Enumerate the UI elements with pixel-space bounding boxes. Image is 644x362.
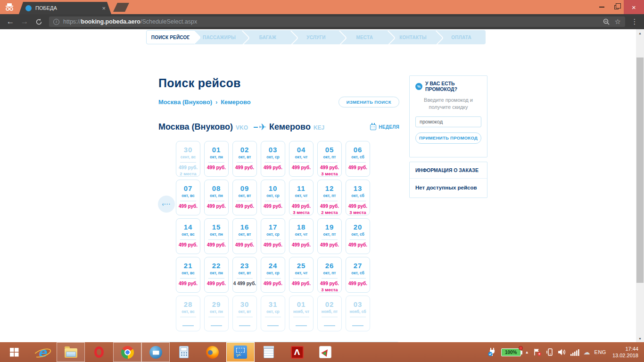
calendar-day-cell[interactable]: 15окт, пн499 руб. xyxy=(204,218,229,254)
battery-icon[interactable]: 100% xyxy=(501,348,521,356)
day-label: окт, вс xyxy=(182,232,194,237)
taskbar-calculator-button[interactable] xyxy=(170,342,198,362)
calendar-day-cell[interactable]: 22окт, пн499 руб. xyxy=(204,257,229,293)
power-plug-icon[interactable] xyxy=(487,347,497,357)
step-tab-1[interactable]: ПОИСК РЕЙСОВ xyxy=(146,30,195,44)
calendar-day-cell[interactable]: 16окт, вт499 руб. xyxy=(232,218,257,254)
change-search-button[interactable]: ИЗМЕНИТЬ ПОИСК xyxy=(339,97,399,107)
back-button[interactable]: ← xyxy=(4,15,17,28)
taskbar-firefox-button[interactable] xyxy=(198,342,226,362)
calendar-day-cell[interactable]: 17окт, ср499 руб. xyxy=(261,218,285,254)
day-number: 13 xyxy=(354,184,363,192)
day-number: 28 xyxy=(184,300,193,308)
network-signal-icon[interactable] xyxy=(570,349,579,356)
notification-dot xyxy=(519,346,523,350)
window-minimize-button[interactable] xyxy=(594,0,609,14)
taskbar-clock[interactable]: 17:44 13.02.2018 xyxy=(612,346,640,359)
taskbar-chrome-button[interactable] xyxy=(113,342,141,362)
page-info-icon[interactable]: i xyxy=(53,19,59,25)
action-center-flag-icon[interactable] xyxy=(533,348,542,356)
firefox-icon xyxy=(206,346,219,359)
step-tab-4[interactable]: УСЛУГИ xyxy=(292,30,340,44)
calendar-day-cell[interactable]: 09окт, вт499 руб. xyxy=(232,180,257,215)
fare-price: 499 руб. xyxy=(320,204,339,210)
new-tab-button[interactable] xyxy=(113,3,129,12)
calendar-day-cell[interactable]: 12окт, пт499 руб.2 места xyxy=(317,180,342,215)
forward-button[interactable]: → xyxy=(18,15,31,28)
taskbar-notepad-button[interactable] xyxy=(255,342,283,362)
route-from-link[interactable]: Москва (Внуково) xyxy=(158,99,212,106)
plane-icon: ✈ xyxy=(254,122,266,132)
tab-close-icon[interactable]: × xyxy=(100,5,107,12)
taskbar-internet-explorer-button[interactable]: e xyxy=(28,342,57,362)
minimize-icon xyxy=(599,7,604,8)
scroll-down-icon[interactable]: ▼ xyxy=(636,335,644,342)
bookmark-star-icon[interactable]: ☆ xyxy=(615,17,621,26)
hidden-icons-chevron-icon[interactable]: ▲ xyxy=(525,350,529,354)
previous-weeks-button[interactable]: ‹··· xyxy=(158,196,175,213)
calendar-day-cell[interactable]: 23окт, вт4 499 руб. xyxy=(232,257,257,293)
portable-device-icon[interactable] xyxy=(546,348,553,356)
scrollbar-thumb[interactable] xyxy=(636,58,644,283)
calendar-day-cell[interactable]: 07окт, вс499 руб. xyxy=(176,180,200,215)
address-bar[interactable]: i https://booking.pobeda.aero/ScheduleSe… xyxy=(49,16,625,27)
apply-promo-button[interactable]: ПРИМЕНИТЬ ПРОМОКОД xyxy=(415,132,481,144)
promo-code-input[interactable] xyxy=(415,116,481,127)
taskbar-opera-button[interactable] xyxy=(85,342,113,362)
step-tab-2[interactable]: ПАССАЖИРЫ xyxy=(195,30,244,44)
step-tab-6[interactable]: КОНТАКТЫ xyxy=(389,30,438,44)
calendar-day-cell[interactable]: 11окт, чт499 руб.3 места xyxy=(289,180,314,215)
calendar-day-cell[interactable]: 21окт, вс499 руб. xyxy=(176,257,200,293)
week-view-button[interactable]: НЕДЕЛЯ xyxy=(370,124,399,130)
scroll-up-icon[interactable]: ▲ xyxy=(636,29,644,37)
browser-tab[interactable]: ПОБЕДА × xyxy=(19,2,111,14)
cloud-icon[interactable]: ☁ xyxy=(584,348,590,356)
calendar-day-cell[interactable]: 30сент, вс499 руб.2 места xyxy=(176,141,200,177)
calendar-day-cell[interactable]: 18окт, чт499 руб. xyxy=(289,218,314,254)
calendar-day-cell[interactable]: 20окт, сб499 руб. xyxy=(346,218,370,254)
day-number: 23 xyxy=(240,262,249,270)
calendar-day-cell[interactable]: 25окт, чт499 руб. xyxy=(289,257,314,293)
step-tab-5[interactable]: МЕСТА xyxy=(340,30,389,44)
day-label: окт, чт xyxy=(295,155,308,159)
calendar-day-cell[interactable]: 10окт, ср499 руб. xyxy=(261,180,285,215)
taskbar-image-viewer-button[interactable] xyxy=(311,342,339,362)
calendar-day-cell[interactable]: 02окт, вт499 руб. xyxy=(232,141,257,177)
window-close-button[interactable]: × xyxy=(624,0,644,14)
file-explorer-icon xyxy=(65,348,77,358)
calendar-day-cell[interactable]: 24окт, ср499 руб. xyxy=(261,257,285,293)
calendar-day-cell[interactable]: 04окт, чт499 руб. xyxy=(289,141,314,177)
calendar-day-cell[interactable]: 06окт, сб499 руб. xyxy=(346,141,370,177)
route-to-link[interactable]: Кемерово xyxy=(221,99,250,106)
calendar-day-cell[interactable]: 19окт, пт499 руб. xyxy=(317,218,342,254)
taskbar-file-explorer-button[interactable] xyxy=(57,342,85,362)
taskbar-acrobat-button[interactable]: Λ xyxy=(283,342,311,362)
calendar-day-cell[interactable]: 05окт, пт499 руб.3 места xyxy=(317,141,342,177)
step-tab-7[interactable]: ОПЛАТА xyxy=(437,30,486,44)
cell-divider xyxy=(350,317,366,317)
step-tab-3[interactable]: БАГАЖ xyxy=(243,30,292,44)
calendar-day-cell[interactable]: 03окт, ср499 руб. xyxy=(261,141,285,177)
cell-divider xyxy=(208,162,224,163)
cell-divider xyxy=(180,201,196,201)
taskbar-snipping-tool-button[interactable]: ✂ xyxy=(226,342,255,362)
taskbar-thunderbird-button[interactable] xyxy=(141,342,170,362)
browser-menu-icon[interactable]: ⋮ xyxy=(629,17,640,26)
calendar-day-cell[interactable]: 27окт, сб499 руб. xyxy=(346,257,370,293)
zoom-icon[interactable] xyxy=(603,18,610,25)
calendar-day-cell[interactable]: 13окт, сб499 руб.3 места xyxy=(346,180,370,215)
language-indicator[interactable]: ENG xyxy=(594,349,606,355)
day-number: 31 xyxy=(269,300,278,308)
start-icon xyxy=(10,348,19,357)
calendar-day-cell[interactable]: 14окт, вс499 руб. xyxy=(176,218,200,254)
reload-button[interactable] xyxy=(32,15,45,28)
page-scrollbar[interactable]: ▲ ▼ xyxy=(636,29,644,342)
calendar-day-cell[interactable]: 08окт, пн499 руб. xyxy=(204,180,229,215)
day-number: 27 xyxy=(354,262,363,270)
calendar-day-cell[interactable]: 26окт, пт499 руб.3 места xyxy=(317,257,342,293)
speaker-icon[interactable] xyxy=(558,348,566,356)
window-restore-button[interactable] xyxy=(609,0,624,14)
no-fare-dash xyxy=(296,325,307,326)
calendar-day-cell[interactable]: 01окт, пн499 руб. xyxy=(204,141,229,177)
taskbar-start-button[interactable] xyxy=(0,342,28,362)
